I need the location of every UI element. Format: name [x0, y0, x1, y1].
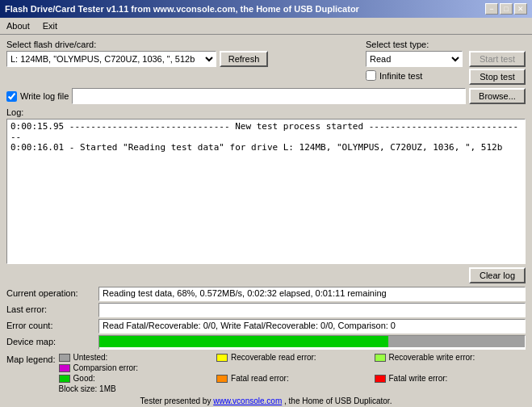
legend-untested: Untested: — [59, 353, 210, 362]
legend-recoverable-read: Recoverable read error: — [216, 353, 367, 362]
test-type-select[interactable]: Read — [366, 51, 463, 67]
legend-box-recoverable-write — [375, 354, 386, 362]
infinite-row: Infinite test — [366, 70, 463, 81]
map-segment-good — [99, 336, 388, 347]
title-bar: Flash Drive/Card Tester v1.11 from www.v… — [0, 0, 532, 18]
menu-bar: About Exit — [0, 18, 532, 35]
log-file-row: Write log file C:\Program Files\Virtual … — [6, 88, 526, 104]
maximize-button[interactable]: □ — [500, 3, 513, 15]
legend-comparison-error: Comparsion error: — [59, 363, 210, 372]
legend-box-fatal-write — [375, 375, 386, 383]
write-log-label: Write log file — [20, 91, 69, 101]
menu-about[interactable]: About — [3, 19, 33, 32]
map-segment-untested — [388, 336, 525, 347]
drive-select[interactable]: L: 124MB, "OLYMPUS, C720UZ, 1036, ", 512… — [6, 51, 216, 67]
info-grid: Current operation: Reading test data, 68… — [6, 287, 526, 350]
minimize-button[interactable]: − — [485, 3, 498, 15]
current-op-label: Current operation: — [6, 287, 95, 301]
footer-text-after: , the Home of USB Duplicator. — [282, 397, 392, 405]
legend-box-good — [59, 375, 70, 383]
drive-label: Select flash drive/card: — [6, 40, 359, 49]
browse-button[interactable]: Browse... — [469, 88, 526, 104]
log-text-area[interactable]: 0:00:15.95 -----------------------------… — [6, 119, 526, 264]
map-legend-container: Map legend: Untested: Recoverable read e… — [6, 353, 526, 393]
error-count-label: Error count: — [6, 319, 95, 334]
legend-comparison-label: Comparsion error: — [73, 363, 139, 372]
device-map-bar — [99, 336, 525, 347]
test-type-section: Select test type: Read Infinite test — [366, 40, 463, 85]
footer-text-before: Tester presented by — [140, 397, 214, 405]
test-type-label: Select test type: — [366, 40, 463, 49]
legend-block-size-label: Block size: 1MB — [59, 384, 116, 393]
legend-untested-label: Untested: — [73, 353, 108, 362]
log-path-input[interactable]: C:\Program Files\Virtual Console\Flash D… — [72, 88, 466, 104]
legend-fatal-write-label: Fatal write error: — [389, 374, 448, 383]
device-map-bar-container — [98, 335, 526, 350]
legend-box-fatal-read — [216, 375, 228, 383]
legend-recoverable-read-label: Recoverable read error: — [231, 353, 316, 362]
log-line-1: 0:00:15.95 -----------------------------… — [10, 121, 522, 142]
infinite-test-label: Infinite test — [379, 71, 422, 81]
error-count-value: Read Fatal/Recoverable: 0/0, Write Fatal… — [98, 319, 526, 334]
title-bar-text: Flash Drive/Card Tester v1.11 from www.v… — [5, 4, 359, 14]
footer: Tester presented by www.vconsole.com , t… — [6, 397, 526, 405]
close-button[interactable]: ✕ — [514, 3, 527, 15]
title-bar-buttons: − □ ✕ — [485, 3, 527, 15]
map-legend-grid: Untested: Recoverable read error: Recove… — [59, 353, 526, 393]
legend-row-2: Good: Fatal read error: Fatal write erro… — [59, 374, 526, 393]
top-section: Select flash drive/card: L: 124MB, "OLYM… — [6, 40, 526, 85]
log-header: Log: — [6, 107, 526, 117]
action-buttons: Start test Stop test — [469, 40, 526, 85]
legend-box-recoverable-read — [216, 354, 228, 362]
last-error-label: Last error: — [6, 303, 95, 317]
map-legend-label: Map legend: — [6, 353, 56, 364]
legend-recoverable-write-label: Recoverable write error: — [389, 353, 475, 362]
clear-log-row: Clear log — [6, 267, 526, 283]
main-content: Select flash drive/card: L: 124MB, "OLYM… — [0, 35, 532, 407]
device-map-label: Device map: — [6, 335, 95, 350]
stop-test-button[interactable]: Stop test — [469, 69, 526, 85]
legend-fatal-read-label: Fatal read error: — [231, 374, 289, 383]
log-line-2: 0:00:16.01 - Started "Reading test data"… — [10, 142, 522, 153]
legend-row-1: Untested: Recoverable read error: Recove… — [59, 353, 526, 372]
infinite-test-checkbox[interactable] — [366, 70, 376, 81]
write-log-checkbox[interactable] — [6, 91, 17, 102]
legend-fatal-write: Fatal write error: — [375, 374, 526, 383]
legend-block-size: Block size: 1MB — [59, 384, 210, 393]
current-op-value: Reading test data, 68%, 0.572MB/s, 0:02:… — [98, 287, 526, 301]
log-container: Log: 0:00:15.95 ------------------------… — [6, 107, 526, 264]
legend-fatal-read: Fatal read error: — [216, 374, 367, 383]
drive-section: Select flash drive/card: L: 124MB, "OLYM… — [6, 40, 359, 85]
legend-box-comparison — [59, 364, 70, 372]
footer-link[interactable]: www.vconsole.com — [213, 397, 282, 405]
legend-box-untested — [59, 354, 70, 362]
last-error-value — [98, 303, 526, 317]
start-test-button[interactable]: Start test — [469, 51, 526, 67]
legend-good-label: Good: — [73, 374, 95, 383]
clear-log-button[interactable]: Clear log — [469, 267, 526, 283]
menu-exit[interactable]: Exit — [40, 19, 61, 32]
refresh-button[interactable]: Refresh — [220, 51, 268, 67]
legend-good: Good: — [59, 374, 210, 383]
legend-recoverable-write: Recoverable write error: — [375, 353, 526, 362]
